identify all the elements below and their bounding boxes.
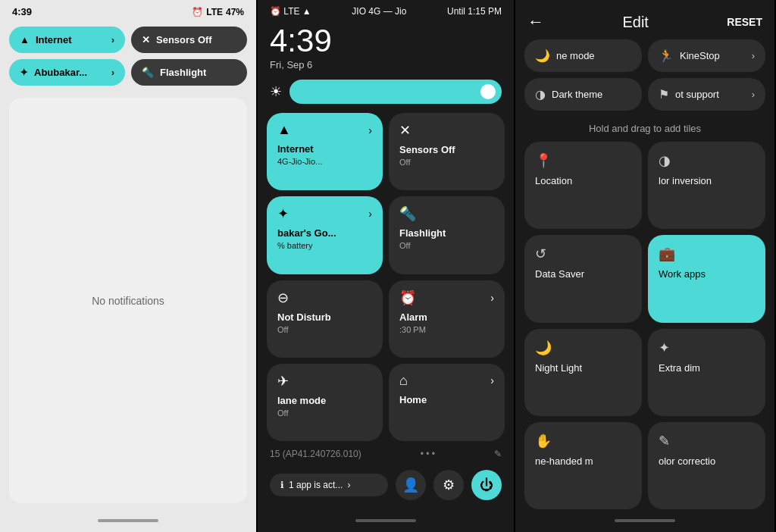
tile-bluetooth-small[interactable]: ✦ Abubakar... › [9, 59, 125, 86]
alarm-chevron-icon: › [490, 292, 494, 304]
tile-home-title: Home [399, 394, 494, 405]
kinestop-icon: 🏃 [659, 49, 674, 63]
tile-alarm-sub: :30 PM [399, 325, 494, 334]
tile-flashlight[interactable]: 🔦 Flashlight Off [389, 196, 505, 274]
color-inversion-label: lor inversion [659, 175, 755, 186]
tile-bluetooth[interactable]: ✦ › bakar's Go... % battery [267, 196, 383, 274]
edit-tile-kinestop[interactable]: 🏃 KineStop › [648, 39, 765, 72]
add-tile-extra-dim[interactable]: ✦ Extra dim [648, 329, 765, 416]
settings-button[interactable]: ⚙ [433, 470, 464, 500]
avatar-button[interactable]: 👤 [396, 470, 426, 500]
edit-tiles-panel: ← Edit RESET 🌙 ne mode 🏃 KineStop › ◑ Da… [515, 0, 774, 532]
add-tile-data-saver[interactable]: ↺ Data Saver [524, 235, 642, 322]
status-left-2: ⏰ LTE ▲ [270, 6, 311, 17]
time-large: 4:39 [258, 20, 514, 59]
sensors-icon-small: ✕ [142, 34, 150, 45]
dots-label: • • • [421, 449, 435, 459]
gear-icon: ⚙ [443, 477, 455, 493]
brightness-slider[interactable] [289, 80, 502, 104]
dnd-icon: ⊖ [277, 289, 289, 306]
back-button[interactable]: ← [527, 12, 544, 32]
tile-internet[interactable]: ▲ › Internet 4G-Jio-Jio... [267, 113, 383, 190]
home-indicator-2 [258, 509, 514, 532]
alarm-icon: ⏰ [192, 7, 203, 17]
location-label: Location [535, 175, 631, 186]
tile-internet-sub: 4G-Jio-Jio... [277, 157, 372, 166]
notification-area: No notifications [9, 98, 247, 503]
edit-icon[interactable]: ✎ [494, 449, 502, 459]
not-support-chevron-icon: › [752, 89, 755, 100]
dark-theme-icon: ◑ [535, 87, 546, 102]
tile-dnd[interactable]: ⊖ Not Disturb Off [267, 280, 383, 358]
tile-flashlight-small[interactable]: 🔦 Flashlight [131, 59, 247, 86]
tile-dnd-title: Not Disturb [277, 311, 372, 323]
signal-icon-small: ▲ [20, 34, 30, 45]
home-icon: ⌂ [399, 373, 408, 389]
kinestop-label: KineStop [680, 50, 720, 61]
tile-sensors-header: ✕ [399, 122, 494, 139]
reset-button[interactable]: RESET [727, 16, 762, 28]
tile-internet-title: Internet [277, 143, 372, 155]
add-tile-location[interactable]: 📍 Location [524, 142, 642, 229]
edit-tiles-top: 🌙 ne mode 🏃 KineStop › ◑ Dark theme ⚑ ot… [515, 39, 774, 111]
edit-tile-dark-theme[interactable]: ◑ Dark theme [524, 78, 642, 111]
tile-internet-small[interactable]: ▲ Internet › [9, 27, 125, 53]
qs-grid: ▲ › Internet 4G-Jio-Jio... ✕ Sensors Off… [258, 110, 514, 444]
app-active-pill[interactable]: ℹ 1 app is act... › [270, 474, 388, 496]
add-tile-night-light[interactable]: 🌙 Night Light [524, 329, 642, 416]
add-tile-color-inversion[interactable]: ◑ lor inversion [648, 142, 765, 229]
tile-flashlight-label: Flashlight [160, 67, 206, 78]
bluetooth-icon: ✦ [277, 205, 289, 222]
status-bar-1: 4:39 ⏰ LTE 47% [0, 0, 256, 20]
one-handed-label: ne-handed m [535, 455, 631, 467]
work-apps-label: Work apps [659, 268, 755, 280]
kinestop-chevron-icon: › [752, 50, 755, 61]
tile-airplane[interactable]: ✈ lane mode Off [267, 364, 383, 441]
power-button[interactable]: ⏻ [471, 470, 502, 500]
color-correction-label: olor correctio [659, 455, 755, 467]
extra-dim-label: Extra dim [659, 362, 755, 374]
add-tile-color-correction[interactable]: ✎ olor correctio [648, 422, 765, 509]
add-tile-one-handed[interactable]: ✋ ne-handed m [524, 422, 642, 509]
add-tile-work-apps[interactable]: 💼 Work apps [648, 235, 765, 322]
info-icon: ℹ [280, 480, 284, 490]
tile-alarm[interactable]: ⏰ › Alarm :30 PM [389, 280, 505, 358]
date-line: Fri, Sep 6 [258, 59, 514, 77]
carrier-label: JIO 4G — Jio [352, 6, 406, 17]
home-bar-1 [98, 519, 158, 522]
chevron-icon: › [111, 35, 114, 45]
tile-alarm-title: Alarm [399, 311, 494, 323]
tile-bluetooth-title: bakar's Go... [277, 227, 372, 239]
home-bar-2 [355, 519, 416, 522]
tile-dnd-sub: Off [277, 325, 372, 334]
quick-settings-panel: ⏰ LTE ▲ JIO 4G — Jio Until 1:15 PM 4:39 … [258, 0, 515, 532]
tile-airplane-sub: Off [277, 408, 372, 418]
version-row: 15 (AP41.240726.010) • • • ✎ [258, 444, 514, 464]
bottom-bar: ℹ 1 app is act... › 👤 ⚙ ⏻ [258, 464, 514, 509]
no-notifications-label: No notifications [92, 295, 164, 307]
night-light-label: Night Light [535, 362, 631, 374]
tile-bluetooth-sub: % battery [277, 241, 372, 250]
tile-airplane-title: lane mode [277, 395, 372, 406]
tile-sensors[interactable]: ✕ Sensors Off Off [389, 113, 505, 190]
home-indicator-1 [0, 509, 256, 532]
edit-tile-ne-mode[interactable]: 🌙 ne mode [524, 39, 642, 72]
tile-internet-label: Internet [36, 34, 72, 45]
tile-flashlight-header: 🔦 [399, 205, 494, 222]
hold-drag-label: Hold and drag to add tiles [515, 117, 774, 142]
add-tiles-grid: 📍 Location ◑ lor inversion ↺ Data Saver … [515, 142, 774, 509]
notification-panel: 4:39 ⏰ LTE 47% ▲ Internet › ✕ Sensors Of… [0, 0, 258, 532]
tile-home-header: ⌂ › [399, 373, 494, 389]
tile-home[interactable]: ⌂ › Home [389, 364, 505, 441]
home-bar-3 [615, 519, 675, 522]
tile-sensors-small[interactable]: ✕ Sensors Off [131, 27, 247, 53]
tile-bluetooth-header: ✦ › [277, 205, 372, 222]
bluetooth-chevron-icon: › [368, 208, 372, 220]
tile-flashlight-title: Flashlight [399, 227, 494, 239]
edit-title: Edit [544, 14, 727, 31]
internet-icon: ▲ [277, 122, 291, 138]
brightness-icon: ☀ [270, 83, 282, 100]
ne-mode-label: ne mode [556, 50, 595, 61]
tile-sensors-label: Sensors Off [156, 34, 212, 45]
edit-tile-not-support[interactable]: ⚑ ot support › [648, 78, 765, 111]
